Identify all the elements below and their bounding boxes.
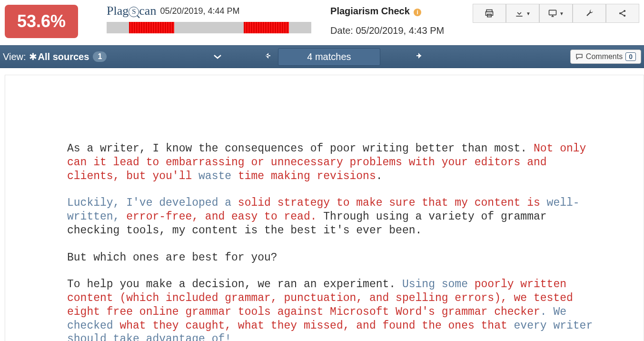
view-label: View: [3, 51, 26, 62]
text-segment: . [376, 170, 383, 182]
arrow-left-icon [264, 52, 271, 60]
comment-icon [575, 53, 583, 60]
info-icon[interactable]: i [414, 9, 421, 16]
print-icon [485, 9, 494, 18]
text-segment: solid strategy to make sure that my cont… [238, 197, 547, 209]
caret-icon: ▼ [526, 11, 531, 16]
download-icon [515, 9, 524, 18]
text-segment: time making revisions [238, 170, 376, 182]
check-title: Plagiarism Check [330, 6, 410, 16]
monitor-icon [548, 9, 557, 18]
check-info: Plagiarism Check i Date: 05/20/2019, 4:4… [330, 4, 444, 36]
logo-column: PlagScan 05/20/2019, 4:44 PM [107, 4, 311, 33]
sources-count-badge: 1 [93, 51, 107, 62]
arrow-right-icon [416, 52, 423, 60]
match-segment [244, 22, 289, 33]
wrench-icon [585, 9, 594, 18]
text-segment: what they caught, what they missed, and … [119, 320, 514, 332]
header: 53.6% PlagScan 05/20/2019, 4:44 PM Plagi… [0, 0, 644, 45]
document-wrap: As a writer, I know the consequences of … [0, 68, 644, 341]
svg-rect-1 [486, 12, 493, 16]
text-segment: Using some [402, 278, 475, 291]
prev-match-button[interactable] [257, 48, 278, 66]
print-button[interactable] [473, 4, 506, 23]
display-button[interactable]: ▼ [539, 4, 573, 23]
document: As a writer, I know the consequences of … [5, 75, 644, 341]
expand-button[interactable] [207, 48, 228, 66]
text-segment: Luckily, I've developed a [67, 197, 238, 209]
text-segment: To help you make a decision, we ran an e… [67, 278, 402, 291]
comments-count: 0 [625, 52, 636, 61]
percentage-badge: 53.6% [5, 5, 78, 38]
scan-timestamp: 05/20/2019, 4:44 PM [160, 6, 239, 16]
svg-rect-3 [549, 10, 556, 15]
text-segment: As a writer, I know the consequences of … [67, 142, 534, 155]
download-button[interactable]: ▼ [506, 4, 539, 23]
next-match-button[interactable] [409, 48, 430, 66]
snowflake-icon: ✱ [29, 51, 37, 62]
share-icon [618, 9, 627, 18]
text-segment: error-free, and easy to read. [126, 211, 317, 223]
matches-button[interactable]: 4 matches [278, 48, 380, 66]
navbar: View: ✱ All sources 1 4 matches Comments… [0, 45, 644, 68]
paragraph: Luckily, I've developed a solid strategy… [67, 196, 596, 237]
text-segment: But which ones are best for you? [67, 251, 277, 264]
toolbar: ▼ ▼ [473, 4, 639, 23]
text-segment: waste [198, 170, 238, 182]
comments-button[interactable]: Comments 0 [570, 50, 641, 64]
settings-button[interactable] [573, 4, 606, 23]
caret-icon: ▼ [559, 11, 564, 16]
paragraph: To help you make a decision, we ran an e… [67, 278, 596, 341]
plagscan-logo: PlagScan [107, 4, 156, 18]
text-segment: . [540, 306, 554, 318]
match-bar [107, 22, 311, 33]
paragraph: As a writer, I know the consequences of … [67, 142, 596, 183]
paragraph: But which ones are best for you? [67, 251, 596, 265]
comments-label: Comments [586, 52, 623, 61]
chevron-down-icon [213, 54, 222, 60]
match-segment [129, 22, 174, 33]
check-date: Date: 05/20/2019, 4:43 PM [330, 25, 444, 36]
all-sources-link[interactable]: All sources [38, 51, 89, 62]
share-button[interactable] [606, 4, 639, 23]
